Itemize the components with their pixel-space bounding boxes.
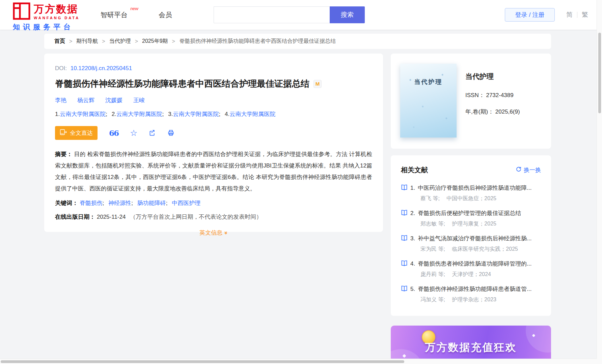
article-title: 脊髓损伤伴神经源性肠功能障碍患者中西医结合护理最佳证据总结 (55, 79, 309, 89)
horizontal-scrollbar[interactable] (0, 359, 597, 364)
nav-item-member[interactable]: 会员 (159, 10, 172, 20)
lang-divider (577, 12, 577, 18)
article-title-row: 脊髓损伤伴神经源性肠功能障碍患者中西医结合护理最佳证据总结 M (55, 79, 372, 89)
keyword-link[interactable]: 脊髓损伤 (80, 200, 103, 206)
keywords-row: 关键词： 脊髓损伤; 神经源性; 肠功能障碍; 中西医护理 (55, 199, 372, 207)
related-item-title[interactable]: 中医药治疗脊髓损伤后神经源性肠道功能障... (418, 184, 531, 192)
publish-date-row: 在线出版日期： 2025-11-24 （万方平台首次上网日期，不代表论文的发表时… (55, 213, 372, 221)
book-icon (401, 260, 408, 268)
keyword-link[interactable]: 中西医护理 (172, 200, 200, 206)
breadcrumb-journal-nav[interactable]: 期刊导航 (76, 38, 98, 45)
language-switcher: 简 繁 (566, 0, 588, 30)
journal-cover[interactable]: 当代护理 (400, 64, 457, 138)
breadcrumb-journal[interactable]: 当代护理 (109, 38, 131, 45)
chevron-down-icon: » (223, 231, 229, 234)
breadcrumb-issue[interactable]: 2025年9期 (142, 38, 168, 45)
keyword-link[interactable]: 肠功能障碍 (137, 200, 166, 206)
breadcrumb: 首页 > 期刊导航 > 当代护理 > 2025年9期 > 脊髓损伤伴神经源性肠功… (44, 34, 551, 49)
banner-title: 万方数据充值狂欢 (391, 340, 551, 355)
horizontal-scrollbar-thumb[interactable] (1, 360, 404, 363)
related-item-meta: 宋为民 等; 临床医学研究与实践；2025 (401, 246, 541, 253)
author-link[interactable]: 沈媛媛 (105, 96, 122, 104)
vertical-scrollbar[interactable] (597, 0, 602, 359)
related-item-title[interactable]: 脊髓损伤患者神经源性肠道功能障碍管理的... (418, 260, 531, 268)
breadcrumb-separator: > (69, 38, 72, 44)
publish-date-note: （万方平台首次上网日期，不代表论文的发表时间） (130, 214, 262, 220)
related-item-authors: 冯加义 等; (420, 297, 445, 302)
related-item-source: 护理与康复；2025 (452, 221, 496, 226)
promo-banner[interactable]: 万方数据充值狂欢 (391, 326, 551, 364)
authors-row: 李艳 杨云辉 沈媛媛 王峻 (55, 96, 372, 104)
related-item: 4. 脊髓损伤患者神经源性肠道功能障碍管理的... 庞丹莉 等; 天津护理；20… (401, 260, 541, 278)
cover-pattern (400, 64, 457, 138)
journal-issn-row: ISSN： 2732-4389 (465, 91, 520, 99)
doi-link[interactable]: 10.12208/j.cn.20250451 (71, 65, 132, 71)
author-link[interactable]: 杨云辉 (77, 96, 94, 104)
cite-icon[interactable]: 66 (109, 128, 118, 138)
nav-item-zhiyan[interactable]: 智研平台 new (101, 10, 128, 20)
affiliation-index: 4. (225, 111, 229, 117)
related-item-authors: 宋为民 等; (420, 246, 445, 252)
page: 万方数据 WANFANG DATA 知识服务平台 智研平台 new 会员 搜索 … (0, 0, 602, 364)
author-link[interactable]: 李艳 (55, 96, 66, 104)
vertical-scrollbar-thumb[interactable] (598, 33, 601, 113)
publish-date: 2025-11-24 (97, 214, 126, 220)
affiliation-separator: ; (162, 111, 164, 117)
related-item-authors: 郑志敏 等; (420, 221, 445, 226)
related-item-source: 临床医学研究与实践；2025 (452, 246, 518, 252)
fulltext-button[interactable]: free 全文直达 (55, 126, 98, 140)
abstract-text: 目的 检索脊髓损伤伴神经源性肠功能障碍患者的中西医结合护理相关证据，为临床护理提… (55, 151, 372, 192)
wanfang-logo-icon (13, 2, 30, 21)
keyword-link[interactable]: 神经源性 (108, 200, 131, 206)
search-button[interactable]: 搜索 (330, 6, 365, 23)
medical-badge-icon: M (313, 80, 322, 88)
related-title: 相关文献 (401, 165, 428, 175)
related-header: 相关文献 换一换 (401, 165, 541, 175)
issn-value: 2732-4389 (486, 92, 513, 98)
journal-name-link[interactable]: 当代护理 (465, 72, 520, 81)
related-item-title[interactable]: 脊髓损伤后便秘护理管理的最佳证据总结 (418, 209, 521, 217)
related-item-title[interactable]: 脊髓损伤伴神经源性肠功能障碍患者肠道管... (418, 285, 531, 293)
related-item-index: 5. (410, 286, 415, 293)
related-item-meta: 冯加义 等; 护理学杂志；2023 (401, 296, 541, 303)
affiliation-separator: ; (106, 111, 107, 117)
related-item-source: 天津护理；2024 (452, 271, 491, 277)
related-item-authors: 蔡飞 等; (420, 195, 440, 201)
book-icon (401, 285, 408, 293)
english-info-link[interactable]: 英文信息» (199, 230, 227, 236)
breadcrumb-separator: > (135, 38, 138, 44)
volume-value: 2025,6(9) (495, 109, 520, 115)
print-icon[interactable] (167, 129, 174, 136)
login-register-button[interactable]: 登录 / 注册 (505, 8, 555, 22)
wanfang-logo[interactable]: 万方数据 WANFANG DATA 知识服务平台 (13, 2, 80, 32)
search-input[interactable] (214, 6, 330, 23)
breadcrumb-home[interactable]: 首页 (54, 38, 65, 45)
related-item-index: 4. (410, 261, 415, 267)
article-toolbar: free 全文直达 66 ☆ (55, 126, 372, 140)
refresh-label: 换一换 (524, 166, 541, 174)
lang-traditional[interactable]: 繁 (582, 10, 588, 19)
keyword-separator: ; (131, 200, 133, 206)
abstract-label: 摘要： (55, 151, 72, 157)
favorite-star-icon[interactable]: ☆ (130, 129, 137, 137)
new-badge: new (130, 6, 138, 11)
related-item-index: 1. (410, 185, 415, 191)
affiliation-link[interactable]: 云南大学附属医院 (229, 111, 275, 117)
lang-simplified[interactable]: 简 (566, 10, 573, 19)
affiliation-link[interactable]: 云南大学附属医院 (60, 111, 106, 117)
breadcrumb-current-article: 脊髓损伤伴神经源性肠功能障碍患者中西医结合护理最佳证据总结 (179, 38, 336, 45)
refresh-related-button[interactable]: 换一换 (516, 166, 541, 174)
affiliation-link[interactable]: 云南大学附属医院 (116, 111, 162, 117)
related-item-title[interactable]: 补中益气汤加减治疗脊髓损伤后神经源性肠... (418, 235, 531, 242)
author-link[interactable]: 王峻 (133, 96, 145, 104)
affiliation-separator: ; (219, 111, 221, 117)
related-item-index: 3. (410, 235, 415, 242)
related-item-index: 2. (410, 210, 415, 217)
affiliation-index: 3. (168, 111, 173, 117)
related-item-source: 护理学杂志；2023 (452, 297, 496, 302)
journal-volume-row: 年,卷(期)： 2025,6(9) (465, 108, 520, 116)
affiliation-link[interactable]: 云南大学附属医院 (173, 111, 219, 117)
export-share-icon[interactable] (149, 129, 156, 136)
affiliation-index: 2. (112, 111, 116, 117)
keywords-label: 关键词： (55, 200, 78, 206)
